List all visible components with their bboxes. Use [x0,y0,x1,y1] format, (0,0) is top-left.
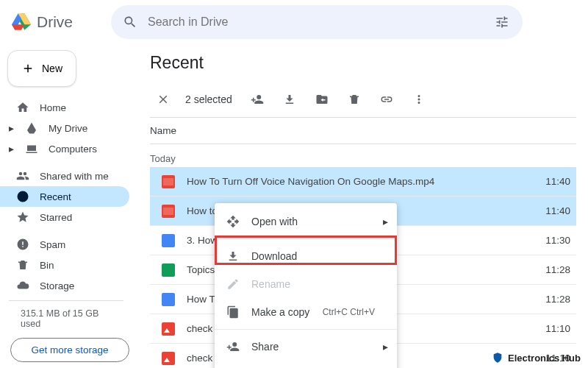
sidebar-item-computers[interactable]: ▸ Computers [0,138,129,159]
file-time: 11:40 [532,176,576,187]
sidebar-item-storage[interactable]: Storage [0,275,129,296]
brand-text: Drive [37,13,73,31]
file-row[interactable]: How To Turn Off Voice Navigation On Goog… [150,167,576,197]
video-icon [162,175,175,188]
sidebar-item-home[interactable]: Home [0,97,129,118]
cloud-icon [16,279,29,292]
link-icon [380,93,393,106]
plus-icon [21,60,35,77]
move-button[interactable] [310,88,334,111]
tune-icon[interactable] [493,15,511,29]
more-button[interactable] [407,88,431,111]
doc-icon [162,234,175,247]
context-menu: Open with ▸ Download Rename Make a copy … [215,203,397,368]
copy-icon [226,305,240,319]
sidebar-item-starred[interactable]: Starred [0,207,129,227]
new-label: New [42,63,62,74]
clock-icon [16,190,29,203]
sidebar-item-label: Recent [40,191,71,202]
person-add-icon [226,340,240,353]
ctx-label: Rename [251,278,290,290]
ctx-organise[interactable]: Organise ▸ [215,361,397,368]
sidebar-item-spam[interactable]: Spam [0,234,129,255]
sheet-icon [162,263,175,277]
group-today: Today [150,144,576,167]
folder-move-icon [315,93,329,106]
image-icon [162,352,175,365]
sidebar-item-label: Shared with me [40,171,109,182]
more-vert-icon [412,93,426,106]
ctx-make-copy[interactable]: Make a copy Ctrl+C Ctrl+V [215,298,397,326]
delete-button[interactable] [343,88,366,111]
sidebar-item-label: My Drive [49,123,87,134]
file-name: How To Turn Off Voice Navigation On Goog… [187,176,520,187]
page-title: Recent [150,53,576,73]
trash-icon [16,258,29,272]
chevron-right-icon: ▸ [383,341,388,353]
drive-logo[interactable]: Drive [12,13,73,32]
new-button[interactable]: New [7,50,76,87]
chevron-right-icon: ▸ [7,124,15,132]
file-time: 11:28 [532,264,576,275]
ctx-share[interactable]: Share ▸ [215,333,397,361]
sidebar-item-shared[interactable]: Shared with me [0,166,129,186]
shield-icon [492,352,503,364]
search-bar[interactable] [111,5,523,39]
sidebar-item-mydrive[interactable]: ▸ My Drive [0,118,129,138]
ctx-label: Make a copy [251,306,309,318]
ctx-open-with[interactable]: Open with ▸ [215,208,397,236]
open-with-icon [226,215,240,228]
file-time: 11:28 [532,294,576,305]
sidebar: New Home ▸ My Drive ▸ Computers Shared w… [0,44,138,368]
storage-usage: 315.1 MB of 15 GB used [9,300,123,329]
share-button[interactable] [245,88,269,111]
sidebar-item-label: Bin [40,260,54,271]
people-icon [16,169,29,183]
column-header-name[interactable]: Name [150,117,576,144]
home-icon [16,101,29,114]
file-time: 11:10 [532,323,576,334]
clear-selection-button[interactable] [150,86,176,113]
ctx-label: Download [251,250,297,262]
person-add-icon [251,93,264,106]
chevron-right-icon: ▸ [7,145,15,152]
ctx-rename: Rename [215,270,397,298]
sidebar-item-recent[interactable]: Recent [0,186,129,207]
file-time: 11:40 [532,205,576,216]
devices-icon [25,142,38,155]
sidebar-item-label: Spam [40,239,65,250]
download-icon [283,93,296,106]
get-more-storage-button[interactable]: Get more storage [10,338,129,362]
download-icon [226,250,240,263]
video-icon [162,205,175,218]
file-time: 11:30 [532,235,576,246]
selection-toolbar: 2 selected [150,85,576,114]
doc-icon [162,293,175,306]
ctx-label: Open with [251,216,298,227]
drive-small-icon [25,121,38,135]
sidebar-item-bin[interactable]: Bin [0,255,129,275]
selected-count: 2 selected [185,93,232,105]
download-button[interactable] [278,88,301,111]
rename-icon [226,277,240,291]
spam-icon [16,238,29,251]
drive-icon [12,13,31,32]
sidebar-item-label: Home [40,102,66,113]
chevron-right-icon: ▸ [383,216,388,227]
ctx-label: Share [251,341,279,353]
search-icon [123,15,137,29]
sidebar-item-label: Computers [49,144,97,155]
ctx-download[interactable]: Download [215,242,397,270]
sidebar-item-label: Storage [40,280,74,291]
trash-icon [348,93,361,106]
search-input[interactable] [148,15,483,29]
ctx-shortcut: Ctrl+C Ctrl+V [323,307,375,317]
watermark: Electronics Hub [492,352,581,364]
link-button[interactable] [375,88,398,111]
star-icon [16,210,29,224]
sidebar-item-label: Starred [40,212,72,223]
image-icon [162,322,175,336]
